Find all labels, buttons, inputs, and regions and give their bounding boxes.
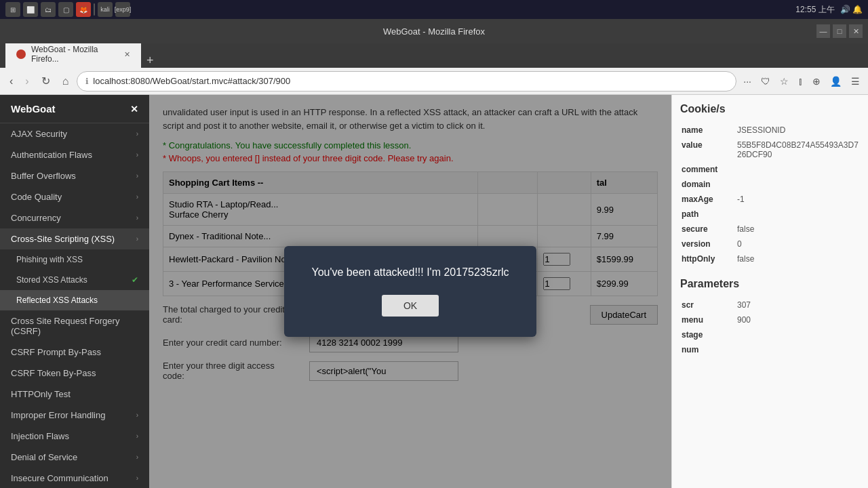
- sidebar-item-concurrency[interactable]: Concurrency ›: [0, 207, 149, 228]
- chevron-icon: ›: [136, 214, 138, 222]
- param-value: 307: [737, 298, 859, 312]
- tab-bar: WebGoat - Mozilla Firefo... ✕ +: [0, 43, 868, 68]
- sidebar-item-improper-error[interactable]: Improper Error Handling ›: [0, 405, 149, 426]
- sidebar: WebGoat ✕ AJAX Security › Authentication…: [0, 95, 149, 488]
- cookie-value: 0: [737, 237, 859, 251]
- chevron-icon: ›: [136, 172, 138, 180]
- cookie-key: domain: [682, 178, 736, 191]
- modal-ok-button[interactable]: OK: [382, 295, 439, 317]
- address-text: localhost:8080/WebGoat/start.mvc#attack/…: [93, 76, 728, 86]
- sys-tray-icons: 🔊 🔔: [840, 5, 863, 14]
- window-title: WebGoat - Mozilla Firefox: [383, 26, 485, 37]
- chevron-icon: ›: [136, 411, 138, 419]
- cookie-key: comment: [682, 163, 736, 176]
- cookie-row: httpOnlyfalse: [682, 252, 859, 266]
- chevron-icon: ›: [136, 130, 138, 138]
- browser-tab-active[interactable]: WebGoat - Mozilla Firefo... ✕: [5, 41, 141, 68]
- back-button[interactable]: ‹: [5, 74, 17, 89]
- sidebar-item-httponly[interactable]: HTTPOnly Test: [0, 384, 149, 405]
- cookie-row: comment: [682, 163, 859, 176]
- sidebar-item-csrf-prompt[interactable]: CSRF Prompt By-Pass: [0, 342, 149, 363]
- params-title: Parameters: [680, 278, 860, 290]
- sidebar-item-code-quality[interactable]: Code Quality ›: [0, 186, 149, 207]
- param-row: menu900: [682, 313, 859, 327]
- modal-overlay: You've been attacked!!! I'm 20175235zrlc…: [149, 95, 671, 488]
- taskbar-right: 12:55 上午 🔊 🔔: [795, 4, 863, 16]
- cookie-value: -1: [737, 192, 859, 206]
- param-key: menu: [682, 313, 736, 327]
- sidebar-item-buffer-overflows[interactable]: Buffer Overflows ›: [0, 165, 149, 186]
- taskbar-left: ⊞ ⬜ 🗂 ▢ 🦊 kali [exp9]: [5, 2, 130, 17]
- system-bar: ⊞ ⬜ 🗂 ▢ 🦊 kali [exp9] 12:55 上午 🔊 🔔: [0, 0, 868, 19]
- sidebar-subitem-phishing[interactable]: Phishing with XSS: [0, 249, 149, 270]
- param-value: [737, 343, 859, 357]
- right-panel: Cookie/s nameJSESSIONIDvalue55B5F8D4C08B…: [671, 95, 868, 488]
- cookie-value: [737, 207, 859, 221]
- app-icon-kali[interactable]: kali: [98, 2, 113, 17]
- param-row: num: [682, 343, 859, 357]
- cookie-key: maxAge: [682, 192, 736, 206]
- param-value: 900: [737, 313, 859, 327]
- param-key: scr: [682, 298, 736, 312]
- sidebar-item-dos[interactable]: Denial of Service ›: [0, 447, 149, 468]
- close-sidebar-icon[interactable]: ✕: [130, 104, 138, 115]
- cookies-title: Cookie/s: [680, 103, 860, 115]
- reload-button[interactable]: ↻: [37, 73, 54, 89]
- overflow-menu-button[interactable]: ···: [741, 73, 754, 89]
- sync-button[interactable]: ⊕: [810, 73, 823, 89]
- taskbar-separator: [94, 3, 95, 16]
- attack-modal: You've been attacked!!! I'm 20175235zrlc…: [284, 246, 536, 337]
- address-bar[interactable]: ℹ localhost:8080/WebGoat/start.mvc#attac…: [77, 71, 736, 92]
- app-icon-browser[interactable]: 🗂: [41, 2, 56, 17]
- chevron-icon: ›: [136, 235, 138, 243]
- forward-button[interactable]: ›: [21, 74, 33, 89]
- app-icon-terminal[interactable]: ⊞: [5, 2, 20, 17]
- maximize-button[interactable]: □: [833, 24, 846, 38]
- chevron-icon: ›: [136, 151, 138, 159]
- sidebar-item-xss[interactable]: Cross-Site Scripting (XSS) ›: [0, 228, 149, 249]
- cookie-row: path: [682, 207, 859, 221]
- params-section: Parameters scr307menu900stagenum: [680, 278, 860, 358]
- cookie-key: secure: [682, 222, 736, 236]
- home-button[interactable]: ⌂: [58, 74, 73, 89]
- sidebar-item-csrf-token[interactable]: CSRF Token By-Pass: [0, 363, 149, 384]
- security-icon: ℹ: [85, 77, 89, 86]
- close-button[interactable]: ✕: [849, 24, 863, 38]
- shield-button[interactable]: 🛡: [758, 73, 773, 89]
- chevron-icon: ›: [136, 193, 138, 201]
- cookie-key: version: [682, 237, 736, 251]
- hamburger-menu-button[interactable]: ☰: [848, 73, 863, 89]
- nav-bar: ‹ › ↻ ⌂ ℹ localhost:8080/WebGoat/start.m…: [0, 68, 868, 95]
- sidebar-subitem-reflected-xss[interactable]: Reflected XSS Attacks: [0, 290, 149, 310]
- tab-close-button[interactable]: ✕: [124, 50, 130, 59]
- user-icon[interactable]: 👤: [827, 73, 844, 89]
- cookie-row: nameJSESSIONID: [682, 123, 859, 137]
- app-icon-files[interactable]: ⬜: [23, 2, 38, 17]
- cookie-key: httpOnly: [682, 252, 736, 266]
- cookie-value: [737, 178, 859, 191]
- cookie-value: false: [737, 222, 859, 236]
- cookie-value: JSESSIONID: [737, 123, 859, 137]
- sidebar-item-insecure-comm[interactable]: Insecure Communication ›: [0, 468, 149, 488]
- sidebar-toggle-button[interactable]: ⫿: [795, 73, 806, 89]
- sidebar-item-injection[interactable]: Injection Flaws ›: [0, 426, 149, 447]
- bookmark-button[interactable]: ☆: [777, 73, 791, 89]
- new-tab-button[interactable]: +: [141, 54, 159, 68]
- sidebar-subitem-stored-xss[interactable]: Stored XSS Attacks ✔: [0, 270, 149, 290]
- chevron-icon: ›: [136, 474, 138, 482]
- sidebar-item-auth-flaws[interactable]: Authentication Flaws ›: [0, 144, 149, 165]
- minimize-button[interactable]: —: [816, 24, 830, 38]
- sidebar-item-ajax-security[interactable]: AJAX Security ›: [0, 123, 149, 144]
- window-controls: — □ ✕: [816, 24, 863, 38]
- tab-favicon: [16, 49, 26, 59]
- app-icon-firefox[interactable]: 🦊: [76, 2, 91, 17]
- cookie-value: 55B5F8D4C08B274A55493A3D726DCF90: [737, 138, 859, 161]
- app-icon-term2[interactable]: ▢: [58, 2, 73, 17]
- tab-label: WebGoat - Mozilla Firefo...: [31, 45, 119, 64]
- content-area: unvalidated user input is used in an HTT…: [149, 95, 671, 488]
- cookie-value: false: [737, 252, 859, 266]
- cookie-row: maxAge-1: [682, 192, 859, 206]
- chevron-icon: ›: [136, 453, 138, 461]
- sidebar-item-csrf[interactable]: Cross Site Request Forgery (CSRF): [0, 310, 149, 342]
- app-icon-filemanager[interactable]: [exp9]: [115, 2, 130, 17]
